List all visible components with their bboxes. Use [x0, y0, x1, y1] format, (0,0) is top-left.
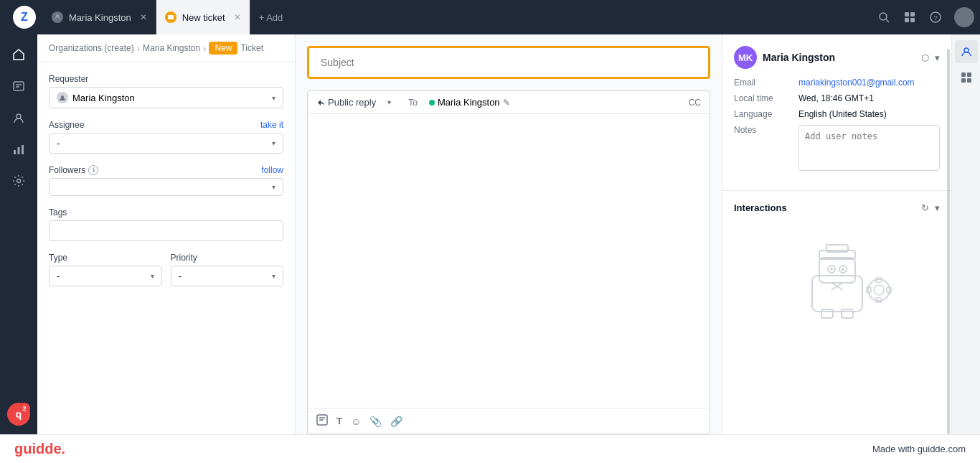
tab-maria-close[interactable]: ✕: [140, 12, 147, 22]
nav-reports[interactable]: [4, 135, 33, 164]
emoji-icon[interactable]: ☺: [351, 416, 361, 427]
local-time-value: Wed, 18:46 GMT+1: [798, 93, 874, 103]
customer-header-icons: ⬡ ▾: [921, 52, 940, 63]
followers-group: Followers ℹ follow ▾: [49, 165, 283, 196]
requester-select[interactable]: Maria Kingston ▾: [49, 87, 283, 108]
breadcrumb-ticket[interactable]: Ticket: [240, 43, 263, 53]
tab-new-ticket[interactable]: New ticket ✕: [156, 0, 250, 34]
assignee-label: Assignee: [49, 120, 84, 130]
compose-area: Public reply ▾ To Maria Kingston ✎ CC: [307, 90, 710, 434]
requester-group: Requester Maria Kingston ▾: [49, 74, 283, 108]
take-it-link[interactable]: take it: [260, 120, 283, 130]
interactions-collapse-icon[interactable]: ▾: [935, 202, 940, 213]
followers-select[interactable]: ▾: [49, 178, 283, 196]
email-value[interactable]: mariakingston001@gmail.com: [798, 78, 915, 88]
compose-body[interactable]: [308, 114, 710, 408]
content-area: Organizations (create) › Maria Kingston …: [37, 34, 980, 434]
logo-icon[interactable]: Z: [13, 6, 36, 29]
to-label: To: [408, 98, 418, 108]
type-group: Type - ▾: [49, 253, 162, 286]
svg-line-3: [886, 19, 889, 22]
add-tab-label: + Add: [259, 12, 283, 23]
add-tab-button[interactable]: + Add: [250, 0, 292, 34]
user-avatar[interactable]: [954, 7, 974, 27]
nav-tickets[interactable]: [4, 72, 33, 100]
breadcrumb-org[interactable]: Organizations (create): [49, 43, 134, 53]
assignee-select[interactable]: - ▾: [49, 133, 283, 154]
svg-marker-31: [837, 283, 843, 290]
follow-link[interactable]: follow: [261, 165, 283, 175]
subject-input[interactable]: [307, 46, 710, 79]
svg-rect-23: [819, 258, 855, 283]
right-nav-apps[interactable]: [955, 66, 978, 89]
nav-settings[interactable]: [4, 167, 33, 195]
footer-logo-text: guidde.: [14, 441, 65, 457]
svg-rect-6: [905, 18, 909, 22]
type-chevron: ▾: [151, 272, 154, 280]
left-nav: q 2: [0, 34, 37, 434]
priority-select[interactable]: - ▾: [171, 266, 284, 286]
priority-value: -: [179, 271, 182, 281]
assignee-label-row: Assignee take it: [49, 120, 283, 130]
user-tab-icon: [52, 11, 63, 23]
customer-avatar: MK: [734, 46, 757, 69]
followers-chevron: ▾: [272, 183, 275, 191]
interactions-icons: ↻ ▾: [921, 202, 940, 213]
notification-badge: 2: [19, 403, 30, 414]
ticket-tab-icon: [165, 11, 176, 23]
right-nav-user[interactable]: [955, 40, 978, 63]
reply-dropdown[interactable]: ▾: [387, 98, 391, 106]
open-external-icon[interactable]: ⬡: [921, 52, 929, 63]
top-icons: ?: [877, 7, 974, 27]
tags-input[interactable]: [49, 220, 283, 241]
breadcrumb-maria[interactable]: Maria Kingston: [143, 43, 200, 53]
requester-chevron: ▾: [272, 94, 275, 102]
email-row: Email mariakingston001@gmail.com: [734, 78, 940, 88]
attachment-icon[interactable]: 📎: [369, 416, 382, 427]
notes-textarea[interactable]: [798, 125, 940, 171]
nav-users[interactable]: [4, 103, 33, 132]
svg-rect-39: [842, 309, 853, 318]
svg-point-0: [56, 14, 59, 17]
breadcrumb-sep-2: ›: [203, 43, 206, 54]
svg-rect-16: [22, 145, 24, 154]
svg-point-17: [17, 179, 21, 183]
notes-label: Notes: [734, 125, 798, 135]
customer-section: MK Maria Kingston ⬡ ▾ Email mariakingsto…: [722, 34, 951, 191]
scrollbar[interactable]: [947, 49, 950, 434]
type-select[interactable]: - ▾: [49, 266, 162, 286]
help-icon[interactable]: ?: [928, 10, 943, 24]
refresh-icon[interactable]: ↻: [921, 202, 929, 213]
type-priority-row: Type - ▾ Priority - ▾: [49, 253, 283, 286]
middle-panel: Public reply ▾ To Maria Kingston ✎ CC: [296, 34, 722, 434]
cc-label[interactable]: CC: [689, 98, 701, 108]
search-icon[interactable]: [877, 10, 891, 24]
type-value: -: [57, 271, 60, 281]
link-icon[interactable]: 🔗: [390, 416, 402, 427]
subject-input-wrapper: [307, 46, 710, 79]
recipient-edit-icon[interactable]: ✎: [503, 98, 510, 108]
interactions-illustration: [734, 222, 940, 337]
footer-made-with: Made with guidde.com: [872, 444, 966, 454]
svg-rect-44: [967, 78, 971, 83]
svg-rect-14: [14, 150, 16, 154]
nav-logo-badge[interactable]: q 2: [4, 400, 33, 429]
requester-select-inner: Maria Kingston: [57, 92, 135, 103]
reply-button[interactable]: Public reply: [316, 97, 376, 108]
nav-home[interactable]: [4, 40, 33, 69]
text-format-icon[interactable]: T: [336, 416, 342, 426]
tab-maria-kingston[interactable]: Maria Kingston ✕: [43, 0, 156, 34]
compose-toolbar: Public reply ▾ To Maria Kingston ✎ CC: [308, 91, 710, 114]
svg-rect-5: [910, 12, 915, 17]
priority-label: Priority: [171, 253, 284, 263]
collapse-icon[interactable]: ▾: [935, 52, 940, 63]
language-label: Language: [734, 109, 798, 119]
svg-rect-10: [14, 82, 24, 90]
grid-icon[interactable]: [903, 10, 917, 24]
requester-value: Maria Kingston: [72, 93, 135, 103]
tab-new-ticket-close[interactable]: ✕: [234, 12, 241, 22]
format-icon[interactable]: [316, 414, 328, 428]
svg-point-2: [880, 13, 887, 20]
notes-field-wrapper: [798, 125, 940, 173]
interactions-section: Interactions ↻ ▾: [722, 191, 951, 348]
